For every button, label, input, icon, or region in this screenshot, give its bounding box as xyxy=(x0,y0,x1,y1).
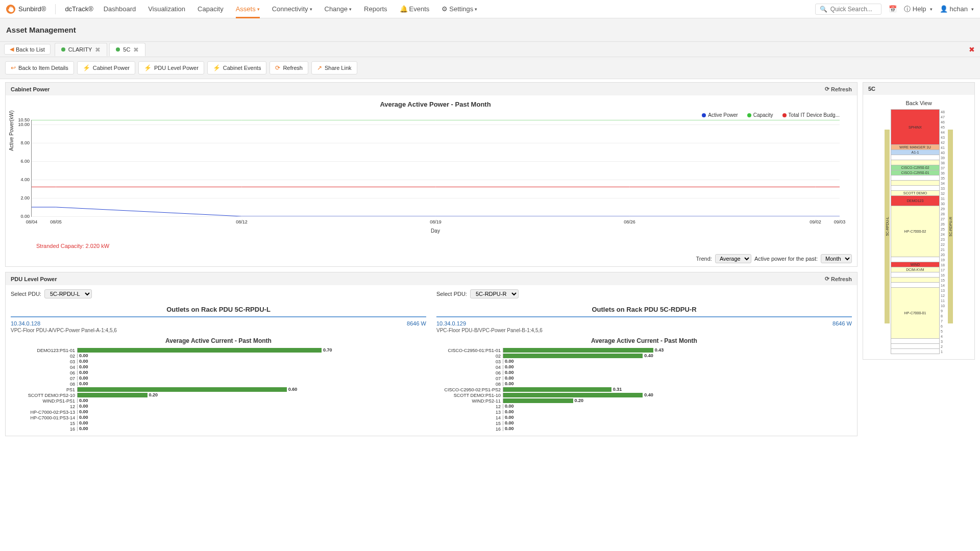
nav-item-capacity[interactable]: Capacity xyxy=(198,0,224,18)
nav-item-settings[interactable]: ⚙Settings▾ xyxy=(442,0,477,18)
nav-item-events[interactable]: 🔔Events xyxy=(400,0,430,18)
bar-row: 070.00 xyxy=(11,375,426,381)
bar-track: 0.00 xyxy=(77,404,426,409)
back-to-item-details-button[interactable]: ↩Back to Item Details xyxy=(5,61,74,74)
period-select[interactable]: Month xyxy=(821,254,852,263)
rack-u-number: 11 xyxy=(940,298,947,303)
pdu-left-ip[interactable]: 10.34.0.128 xyxy=(11,320,40,327)
rack-item[interactable]: HP-C7000-02 xyxy=(891,206,940,257)
bar-row: 030.00 xyxy=(11,359,426,364)
calendar-button[interactable]: 📅 xyxy=(889,5,897,13)
bar-label: 06 xyxy=(11,370,77,375)
rack-item[interactable]: DCIM-KVM xyxy=(891,267,940,272)
chevron-down-icon: ▾ xyxy=(349,7,352,12)
pdu-right-title: Outlets on Rack PDU 5C-RDPU-R xyxy=(436,303,852,317)
bar-value: 0.40 xyxy=(644,392,653,397)
cabinet-power-refresh[interactable]: ⟳Refresh xyxy=(825,86,852,92)
pdu-level-power-button[interactable]: ⚡PDU Level Power xyxy=(138,61,204,74)
pdu-refresh[interactable]: ⟳Refresh xyxy=(825,276,852,282)
search-input[interactable] xyxy=(830,6,876,13)
line-chart-wrap: Average Active Power - Past Month Active… xyxy=(6,95,857,239)
rack-item xyxy=(891,257,940,262)
cabinet-power-button[interactable]: ⚡Cabinet Power xyxy=(77,61,135,74)
nav-item-visualization[interactable]: Visualization xyxy=(148,0,185,18)
search-box[interactable]: 🔍 xyxy=(815,4,881,15)
y-tick: 0.00 xyxy=(16,214,30,219)
refresh-button[interactable]: ⟳Refresh xyxy=(270,61,308,74)
legend-capacity: Capacity xyxy=(747,112,773,118)
rack-item xyxy=(891,160,940,165)
cabinet-events-button[interactable]: ⚡Cabinet Events xyxy=(207,61,267,74)
nav-label: Dashboard xyxy=(104,5,136,13)
bar-track: 0.00 xyxy=(77,410,426,414)
nav-label: Reports xyxy=(364,5,387,13)
share-link-button[interactable]: ↗Share Link xyxy=(311,61,357,74)
legend-active: Active Power xyxy=(702,112,738,118)
chevron-down-icon: ▾ xyxy=(475,7,477,12)
pdu-left-select[interactable]: 5C-RPDU-L xyxy=(44,289,92,298)
help-label: Help xyxy=(913,5,926,13)
rack-right-pdu[interactable]: 5C-RDPU-R xyxy=(948,130,953,323)
close-all-tabs-button[interactable]: ✖ xyxy=(969,45,975,54)
bell-icon: 🔔 xyxy=(400,5,408,13)
nav-label: Connectivity xyxy=(272,5,308,13)
rack-item[interactable]: CISCO-C2950-02 xyxy=(891,165,940,170)
tab-5c[interactable]: 5C✖ xyxy=(109,43,145,56)
rack-wrap: 5C-RPDU-L SPHINXWIRE MANGER 1UA1-1CISCO-… xyxy=(868,109,969,354)
rack-left-pdu[interactable]: 5C-RPDU-L xyxy=(885,130,890,323)
close-icon[interactable]: ✖ xyxy=(95,46,101,54)
bar-label: 16 xyxy=(11,427,77,432)
nav-label: Events xyxy=(409,5,430,13)
nav-item-connectivity[interactable]: Connectivity▾ xyxy=(272,0,312,18)
bar-track: 0.40 xyxy=(503,354,852,358)
user-menu[interactable]: 👤 hchan ▾ xyxy=(940,5,974,13)
rack-u-number: 2 xyxy=(940,344,947,349)
bar-label: 02 xyxy=(11,354,77,359)
nav-item-change[interactable]: Change▾ xyxy=(325,0,352,18)
rack-item[interactable]: CISCO-C2950-01 xyxy=(891,170,940,176)
bar-value: 0.00 xyxy=(505,375,514,381)
bar-track: 0.00 xyxy=(77,354,426,358)
bar-label: 03 xyxy=(436,359,503,364)
rack-u-number: 27 xyxy=(940,216,947,221)
nav-item-reports[interactable]: Reports xyxy=(364,0,387,18)
bar-value: 0.00 xyxy=(505,359,514,364)
nav-item-dashboard[interactable]: Dashboard xyxy=(104,0,136,18)
trend-select[interactable]: Average xyxy=(715,254,751,263)
rack-item[interactable]: DEMO123 xyxy=(891,196,940,206)
rack-u-number: 13 xyxy=(940,288,947,293)
x-tick: 09/03 xyxy=(834,219,846,224)
cabinet-power-title: Cabinet Power xyxy=(11,86,50,92)
bar-row: SCOTT DEMO:PS1-100.40 xyxy=(436,392,852,398)
nav-item-assets[interactable]: Assets▾ xyxy=(236,0,260,18)
page-title: Asset Management xyxy=(6,26,974,34)
select-pdu-label: Select PDU: xyxy=(436,291,467,297)
rack-item[interactable]: A1-1 xyxy=(891,150,940,155)
rack-item[interactable]: SPHINX xyxy=(891,109,940,145)
pdu-right-ip[interactable]: 10.34.0.129 xyxy=(436,320,466,327)
close-icon[interactable]: ✖ xyxy=(133,46,139,54)
bar-label: 02 xyxy=(436,354,503,359)
bar-row: 020.40 xyxy=(436,353,852,359)
back-to-list-button[interactable]: ◀ Back to List xyxy=(4,44,51,55)
brand-logo-icon xyxy=(6,5,15,14)
rack-u-number: 29 xyxy=(940,206,947,211)
tab-label: 5C xyxy=(123,46,130,53)
bar-label: 04 xyxy=(11,365,77,370)
chevron-down-icon: ▾ xyxy=(971,7,974,12)
bar-track: 0.00 xyxy=(77,427,426,431)
rack-u-number: 6 xyxy=(940,323,947,329)
bar-row: 070.00 xyxy=(436,375,852,381)
pdu-left-bar-title: Average Active Current - Past Month xyxy=(11,337,426,344)
rack-item[interactable]: SCOTT DEMO xyxy=(891,191,940,196)
bar-row: CISCO-C2950-02:PS1-PS20.31 xyxy=(436,387,852,392)
rack-u-number: 9 xyxy=(940,308,947,313)
pdu-right-select[interactable]: 5C-RDPU-R xyxy=(470,289,519,298)
tab-clarity[interactable]: CLARITY✖ xyxy=(55,43,107,56)
rack-item[interactable]: HP-C7000-01 xyxy=(891,288,940,339)
help-button[interactable]: ⓘ Help ▾ xyxy=(904,5,933,14)
cabinet-power-header: Cabinet Power ⟳Refresh xyxy=(6,83,857,95)
rack-item[interactable]: WIND xyxy=(891,262,940,267)
refresh-icon: ⟳ xyxy=(825,86,829,92)
rack-item[interactable]: WIRE MANGER 1U xyxy=(891,145,940,150)
